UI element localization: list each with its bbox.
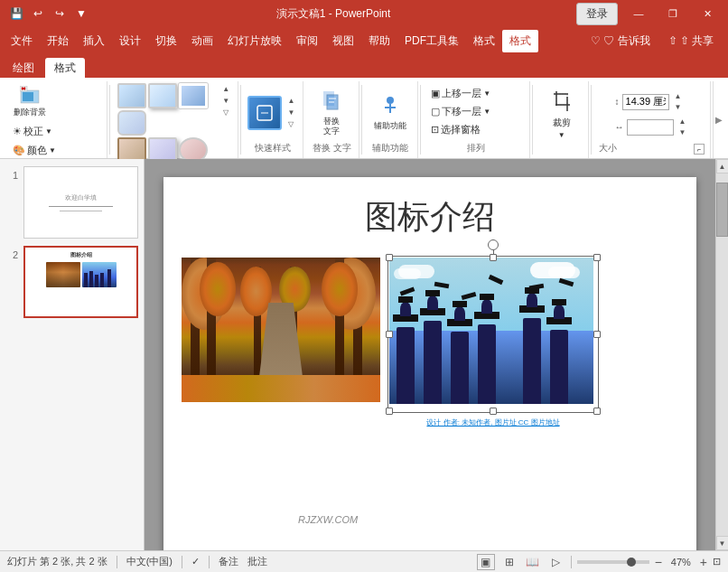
- handle-mr[interactable]: [593, 331, 601, 338]
- image-caption[interactable]: 设计 作者: 未知作者, 图片址 CC 图片地址: [389, 417, 597, 427]
- vertical-scrollbar: ▲ ▼: [715, 159, 728, 550]
- menu-transitions[interactable]: 切换: [148, 30, 184, 52]
- quick-style-button[interactable]: ▲ ▼ ▽: [243, 93, 302, 133]
- pic-style-1[interactable]: [117, 83, 146, 108]
- handle-tm[interactable]: [490, 254, 497, 261]
- height-input[interactable]: [622, 94, 669, 110]
- undo-button[interactable]: ↩: [29, 5, 47, 23]
- ribbon-group-pic-style: ▲ ▼ ▽ 图片样式: [112, 81, 238, 158]
- qs-up[interactable]: ▲: [285, 96, 297, 107]
- replace-text-button[interactable]: 替换文字: [315, 87, 348, 139]
- scroll-track[interactable]: [716, 173, 728, 536]
- handle-bl[interactable]: [386, 408, 393, 415]
- scroll-down-button[interactable]: ▼: [716, 536, 729, 550]
- close-button[interactable]: ✕: [694, 5, 721, 23]
- autumn-image[interactable]: [182, 258, 380, 402]
- send-to-back-button[interactable]: ▢ 下移一层 ▼: [427, 103, 524, 120]
- comments-button[interactable]: 批注: [247, 555, 267, 568]
- menu-help[interactable]: 帮助: [361, 30, 397, 52]
- tab-drawing[interactable]: 绘图: [4, 58, 43, 78]
- zoom-thumb[interactable]: [627, 558, 636, 567]
- normal-view-button[interactable]: ▣: [477, 554, 495, 570]
- width-up[interactable]: ▲: [677, 117, 689, 127]
- zoom-slider[interactable]: [577, 560, 649, 564]
- fit-window-button[interactable]: ⊡: [713, 556, 721, 567]
- zoom-label[interactable]: 47%: [667, 557, 695, 567]
- sep3: [361, 85, 362, 155]
- handle-br[interactable]: [593, 408, 601, 415]
- slideshow-button[interactable]: ▷: [547, 554, 565, 570]
- dropdown-arr4: ▼: [483, 89, 490, 98]
- height-down[interactable]: ▼: [672, 102, 685, 113]
- menu-review[interactable]: 审阅: [289, 30, 325, 52]
- menu-format1[interactable]: 格式: [466, 30, 502, 52]
- correct-label: 校正: [23, 125, 43, 138]
- height-up[interactable]: ▲: [672, 91, 685, 102]
- crop-button[interactable]: 裁剪 ▼: [546, 87, 578, 142]
- minimize-button[interactable]: —: [625, 5, 652, 23]
- remove-background-button[interactable]: 删除背景: [9, 83, 51, 120]
- notes-button[interactable]: 备注: [219, 555, 238, 568]
- menu-view[interactable]: 视图: [325, 30, 361, 52]
- size-launcher[interactable]: ⌐: [694, 144, 705, 155]
- menu-design[interactable]: 设计: [112, 30, 148, 52]
- selection-pane-button[interactable]: ⊡ 选择窗格: [427, 121, 524, 138]
- handle-tr[interactable]: [593, 254, 601, 261]
- scroll-up-button[interactable]: ▲: [716, 159, 729, 173]
- tab-format[interactable]: 格式: [45, 58, 85, 78]
- expand-icon[interactable]: ▶: [715, 115, 723, 125]
- restore-button[interactable]: ❐: [659, 5, 686, 23]
- login-button[interactable]: 登录: [576, 3, 618, 25]
- menu-file[interactable]: 文件: [4, 30, 40, 52]
- reading-view-button[interactable]: 📖: [524, 554, 542, 570]
- title-bar-right: 登录 — ❐ ✕: [576, 3, 721, 25]
- height-icon: ↕: [615, 97, 620, 107]
- tell-me-button[interactable]: ♡ ♡ 告诉我: [583, 31, 657, 52]
- share-button[interactable]: ⇧ ⇧ 共享: [661, 31, 721, 52]
- crop-icon: [552, 89, 572, 115]
- correct-button[interactable]: ☀ 校正 ▼: [9, 123, 77, 140]
- replace-label: 替换文字: [323, 117, 340, 136]
- rotate-handle[interactable]: [488, 239, 499, 250]
- pic-style-2[interactable]: [148, 83, 177, 108]
- slide-1-thumbnail[interactable]: 欢迎白学填: [23, 166, 138, 239]
- accessibility-button[interactable]: 辅助功能: [369, 90, 411, 135]
- qs-more[interactable]: ▽: [285, 119, 297, 130]
- color-button[interactable]: 🎨 颜色 ▼: [9, 142, 77, 159]
- pic-style-up[interactable]: ▲: [219, 83, 232, 94]
- pic-style-more[interactable]: ▽: [219, 107, 232, 117]
- color-icon: 🎨: [13, 145, 25, 156]
- menu-slideshow[interactable]: 幻灯片放映: [220, 30, 289, 52]
- customize-quick-access-button[interactable]: ▼: [72, 5, 90, 23]
- save-button[interactable]: 💾: [7, 5, 25, 23]
- graduation-image-container[interactable]: 设计 作者: 未知作者, 图片址 CC 图片地址: [389, 258, 597, 411]
- pic-style-4[interactable]: [117, 110, 146, 136]
- qs-down[interactable]: ▼: [285, 108, 297, 118]
- slide-1-line: [49, 206, 112, 207]
- move-down-label: 下移一层: [442, 105, 481, 118]
- handle-ml[interactable]: [386, 331, 393, 338]
- menu-insert[interactable]: 插入: [76, 30, 112, 52]
- handle-tl[interactable]: [386, 254, 393, 261]
- watermark: RJZXW.COM: [298, 514, 358, 525]
- menu-home[interactable]: 开始: [40, 30, 76, 52]
- menu-animations[interactable]: 动画: [184, 30, 220, 52]
- bring-to-front-button[interactable]: ▣ 上移一层 ▼: [427, 85, 524, 102]
- pic-style-down[interactable]: ▼: [219, 95, 232, 106]
- slide-2-thumbnail[interactable]: 图标介绍: [23, 246, 138, 318]
- canvas-wrapper: 图标介绍: [145, 159, 728, 550]
- width-input[interactable]: [627, 119, 674, 136]
- ribbon-group-adjust: 删除背景 ☀ 校正 ▼ 🎨 颜色 ▼ 🖌 艺术效果 ▼: [4, 81, 107, 158]
- slide-sorter-button[interactable]: ⊞: [500, 554, 518, 570]
- pic-style-3[interactable]: [179, 83, 208, 108]
- redo-button[interactable]: ↪: [51, 5, 69, 23]
- zoom-plus-button[interactable]: +: [700, 555, 707, 569]
- select-pane-icon: ⊡: [431, 124, 439, 136]
- handle-bm[interactable]: [490, 408, 497, 415]
- zoom-minus-button[interactable]: −: [655, 555, 662, 569]
- menu-format2[interactable]: 格式: [502, 30, 538, 52]
- width-icon: ↔: [615, 122, 624, 132]
- menu-pdf[interactable]: PDF工具集: [397, 30, 466, 52]
- scroll-thumb[interactable]: [716, 183, 728, 237]
- width-down[interactable]: ▼: [677, 127, 689, 138]
